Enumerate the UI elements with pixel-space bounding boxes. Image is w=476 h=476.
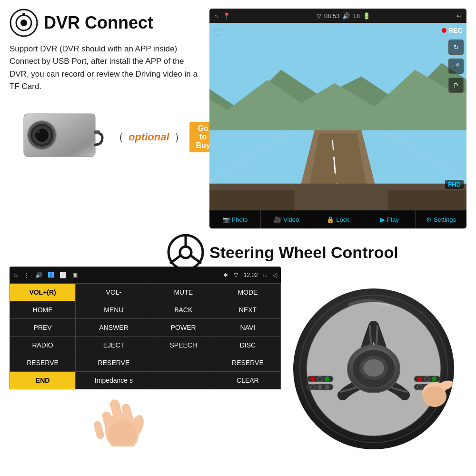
table-cell: EJECT [76, 337, 152, 354]
svg-point-8 [36, 129, 40, 133]
toolbar-photo[interactable]: 📷 Photo [209, 210, 261, 228]
svg-point-3 [22, 13, 25, 16]
table-time: 12:02 [244, 272, 258, 278]
svg-point-48 [310, 385, 315, 389]
svg-point-55 [432, 377, 436, 381]
table-volume-icon: 🔊 [35, 272, 42, 278]
svg-point-46 [317, 377, 322, 381]
video-label: Video [283, 216, 299, 223]
table-row: PREV ANSWER POWER NAVI [10, 319, 281, 337]
optional-label: optional [129, 131, 169, 143]
table-cell: MODE [215, 284, 280, 301]
table-cell: END [10, 372, 76, 389]
table-app-icon: 🅰 [48, 272, 54, 278]
toolbar-settings[interactable]: ⚙ Settings [416, 210, 466, 228]
table-dots-icon: ⋮ [24, 272, 30, 278]
table-cell: Impedance s [76, 372, 152, 389]
svg-rect-9 [94, 130, 100, 134]
back-icon: ↩ [456, 12, 462, 20]
dvr-title: DVR Connect [44, 13, 153, 33]
svg-line-27 [191, 256, 200, 263]
parking-icon-btn[interactable]: P [448, 78, 464, 93]
svg-line-26 [171, 256, 180, 263]
frame-icon: ⬚ [213, 27, 221, 37]
svg-point-62 [423, 386, 446, 407]
table-cell: SPEECH [152, 337, 215, 354]
table-battery-outline: □ [264, 272, 267, 278]
steering-wheel-small-icon [167, 233, 205, 271]
settings-icon: ⚙ [426, 216, 432, 223]
play-icon: ▶ [380, 216, 385, 223]
dvr-camera-illustration [10, 99, 105, 171]
status-right-icons: ↩ [456, 12, 462, 20]
battery-level: 18 [353, 12, 359, 20]
table-cell: MENU [76, 301, 152, 319]
optional-close-paren: ） [174, 130, 185, 144]
lock-icon: 🔒 [327, 216, 334, 223]
svg-point-56 [417, 385, 422, 389]
toolbar-play[interactable]: ▶ Play [364, 210, 416, 228]
svg-rect-32 [93, 420, 105, 440]
table-cell: RESERVE [76, 354, 152, 372]
table-cell: NEXT [215, 301, 280, 319]
settings-label: Settings [434, 216, 456, 223]
rec-badge: REC [442, 27, 463, 34]
table-row: HOME MENU BACK NEXT [10, 301, 281, 319]
table-cell [152, 372, 215, 389]
dvr-video-view: ⬚ REC ↻ 🎤 P FHD [209, 23, 466, 210]
screen-toolbar: 📷 Photo 🎥 Video 🔒 Lock ▶ Play ⚙ Settings [209, 210, 466, 228]
dvr-title-row: DVR Connect [10, 9, 205, 37]
wifi-icon: ▽ [317, 12, 321, 20]
table-back-icon: ◁ [273, 272, 277, 278]
battery-icon: 🔋 [363, 12, 370, 20]
optional-open-paren: （ [113, 130, 124, 144]
mic-icon-btn[interactable]: 🎤 [448, 59, 464, 74]
steering-control-table: VOL+(R) VOL- MUTE MODE HOME MENU BACK NE… [10, 283, 281, 389]
svg-rect-20 [388, 190, 466, 210]
rec-dot [442, 28, 446, 33]
optional-buy-row: （ optional ） Go to Buy [113, 122, 217, 152]
table-cell: ANSWER [76, 319, 152, 337]
location-icon: 📍 [223, 12, 230, 20]
table-cell: HOME [10, 301, 76, 319]
table-cell: VOL- [76, 284, 152, 301]
table-cell: PREV [10, 319, 76, 337]
rotate-icon-btn[interactable]: ↻ [448, 40, 464, 55]
table-row: VOL+(R) VOL- MUTE MODE [10, 284, 281, 301]
status-left-icons: ⌂ 📍 [214, 12, 230, 20]
video-icon: 🎥 [274, 216, 281, 223]
steering-title: Steering Wheel Controol [209, 243, 398, 262]
table-cell: RADIO [10, 337, 76, 354]
svg-point-47 [325, 377, 329, 381]
dvr-left-panel: DVR Connect Support DVR (DVR should with… [10, 9, 209, 228]
table-cell: RESERVE [10, 354, 76, 372]
screen-statusbar: ⌂ 📍 ▽ 08:53 🔊 18 🔋 ↩ [209, 9, 466, 23]
table-circle-icon: ○ [13, 271, 18, 279]
fhd-badge: FHD [445, 180, 464, 189]
home-icon: ⌂ [214, 12, 218, 20]
photo-label: Photo [232, 216, 248, 223]
side-icons-panel: ↻ 🎤 P [448, 40, 464, 93]
hand-area [10, 389, 281, 446]
dvr-description: Support DVR (DVR should with an APP insi… [10, 43, 205, 93]
svg-point-53 [417, 377, 422, 381]
table-cell: POWER [152, 319, 215, 337]
svg-point-49 [317, 385, 322, 389]
table-icon3: ▣ [72, 272, 78, 278]
table-cell: MUTE [152, 284, 215, 301]
status-center: ▽ 08:53 🔊 18 🔋 [317, 12, 370, 20]
svg-point-2 [20, 20, 27, 26]
play-label: Play [387, 216, 399, 223]
table-cell: RESERVE [215, 354, 280, 372]
toolbar-lock[interactable]: 🔒 Lock [312, 210, 364, 228]
svg-line-17 [333, 140, 333, 150]
steering-wheel-large-svg [293, 288, 455, 450]
toolbar-video[interactable]: 🎥 Video [261, 210, 312, 228]
rec-label: REC [448, 27, 463, 34]
lock-label: Lock [336, 216, 349, 223]
steering-title-row: Steering Wheel Controol [167, 233, 398, 271]
table-cell: VOL+(R) [10, 284, 76, 301]
dvr-camera-area: （ optional ） Go to Buy [10, 99, 205, 171]
speaker-icon: 🔊 [342, 12, 350, 20]
table-cell: NAVI [215, 319, 280, 337]
